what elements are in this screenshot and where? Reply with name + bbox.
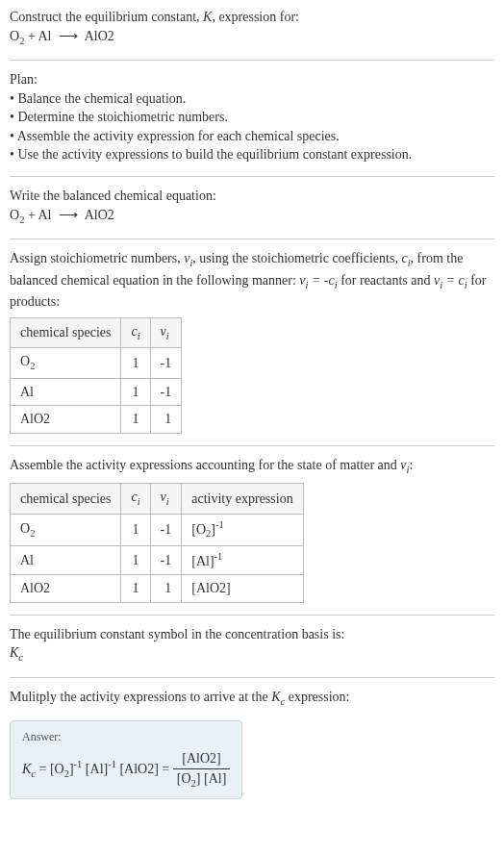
table-cell: [Al]-1 <box>182 545 303 574</box>
divider <box>10 445 494 446</box>
table-cell: 1 <box>121 348 150 378</box>
plan-bullet-2: • Determine the stoichiometric numbers. <box>10 108 494 127</box>
table-cell: Al <box>11 378 121 406</box>
multiply-section: Mulitply the activity expressions to arr… <box>10 688 494 709</box>
title-text-1b: , expression for: <box>212 10 299 24</box>
table-row: Al 1 -1 [Al]-1 <box>11 545 304 574</box>
stoich-intro: Assign stoichiometric numbers, νi, using… <box>10 251 487 309</box>
balanced-heading: Write the balanced chemical equation: <box>10 187 494 206</box>
table-header: activity expression <box>182 484 303 514</box>
table-cell: Al <box>11 545 121 574</box>
plan-bullet-3: • Assemble the activity expression for e… <box>10 127 494 146</box>
table-cell: AlO2 <box>11 406 121 434</box>
title-section: Construct the equilibrium constant, K, e… <box>10 8 494 48</box>
table-row: Al 1 -1 <box>11 378 182 406</box>
numerator: [AlO2] <box>173 749 231 769</box>
title-text-1: Construct the equilibrium constant, <box>10 10 203 24</box>
table-header: ci <box>121 317 150 347</box>
activity-section: Assemble the activity expressions accoun… <box>10 456 494 603</box>
table-cell: 1 <box>150 406 182 434</box>
table-cell: 1 <box>121 545 150 574</box>
table-cell: 1 <box>121 406 150 434</box>
plan-bullet-1: • Balance the chemical equation. <box>10 89 494 109</box>
table-cell: -1 <box>150 348 182 378</box>
symbol-section: The equilibrium constant symbol in the c… <box>10 625 494 666</box>
stoich-section: Assign stoichiometric numbers, νi, using… <box>10 249 494 434</box>
table-cell: 1 <box>150 575 182 603</box>
table-header-row: chemical species ci νi <box>11 317 182 347</box>
table-row: AlO2 1 1 <box>11 406 182 434</box>
table-cell: O2 <box>11 514 121 545</box>
denominator: [O2] [Al] <box>173 769 231 791</box>
table-header: chemical species <box>11 317 121 347</box>
table-cell: AlO2 <box>11 575 121 603</box>
table-cell: [O2]-1 <box>182 514 303 545</box>
table-cell: 1 <box>121 378 150 406</box>
answer-label: Answer: <box>22 729 230 745</box>
multiply-heading: Mulitply the activity expressions to arr… <box>10 690 349 704</box>
title-equation: O2 + Al ⟶ AlO2 <box>10 29 114 43</box>
table-row: O2 1 -1 <box>11 348 182 378</box>
table-cell: 1 <box>121 575 150 603</box>
plan-section: Plan: • Balance the chemical equation. •… <box>10 70 494 164</box>
fraction: [AlO2] [O2] [Al] <box>173 749 231 791</box>
kc-symbol: Kc <box>10 645 23 660</box>
table-header: νi <box>150 317 182 347</box>
table-cell: -1 <box>150 514 182 545</box>
divider <box>10 176 494 177</box>
table-row: O2 1 -1 [O2]-1 <box>11 514 304 545</box>
table-cell: 1 <box>121 514 150 545</box>
plan-heading: Plan: <box>10 70 494 89</box>
table-cell: -1 <box>150 545 182 574</box>
table-cell: -1 <box>150 378 182 406</box>
answer-expression: Kc = [O2]-1 [Al]-1 [AlO2] = [AlO2] [O2] … <box>22 749 230 791</box>
divider <box>10 615 494 616</box>
plan-bullet-4: • Use the activity expressions to build … <box>10 145 494 164</box>
title-k: K <box>203 10 212 24</box>
table-header-row: chemical species ci νi activity expressi… <box>11 484 304 514</box>
divider <box>10 60 494 61</box>
table-cell: O2 <box>11 348 121 378</box>
symbol-heading: The equilibrium constant symbol in the c… <box>10 625 494 644</box>
stoich-table: chemical species ci νi O2 1 -1 Al 1 -1 A… <box>10 317 182 434</box>
table-header: chemical species <box>11 484 121 514</box>
divider <box>10 239 494 239</box>
activity-table: chemical species ci νi activity expressi… <box>10 483 304 602</box>
table-row: AlO2 1 1 [AlO2] <box>11 575 304 603</box>
activity-heading: Assemble the activity expressions accoun… <box>10 456 494 477</box>
balanced-equation: O2 + Al ⟶ AlO2 <box>10 208 114 222</box>
divider <box>10 677 494 678</box>
answer-box: Answer: Kc = [O2]-1 [Al]-1 [AlO2] = [AlO… <box>10 720 242 799</box>
table-header: ci <box>121 484 150 514</box>
table-header: νi <box>150 484 182 514</box>
table-cell: [AlO2] <box>182 575 303 603</box>
balanced-section: Write the balanced chemical equation: O2… <box>10 187 494 227</box>
